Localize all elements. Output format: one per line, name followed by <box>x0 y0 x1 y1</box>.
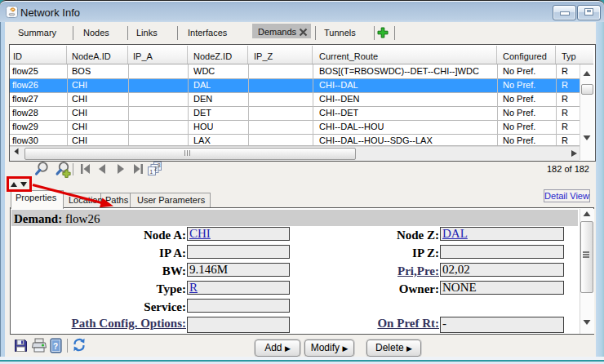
svg-text:?: ? <box>53 342 58 351</box>
svg-text:1: 1 <box>150 169 153 175</box>
svg-text:3: 3 <box>158 162 161 168</box>
svg-text:2: 2 <box>154 166 158 171</box>
